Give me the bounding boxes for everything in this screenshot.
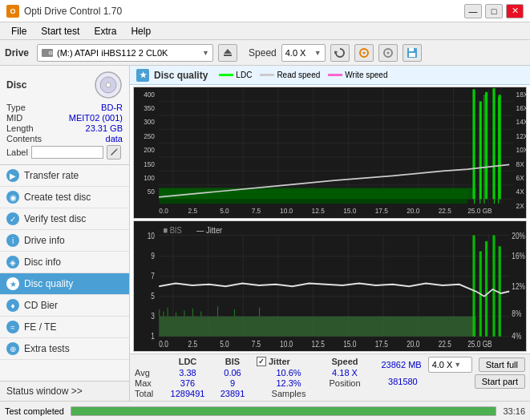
contents-value: data <box>45 134 123 143</box>
svg-text:100: 100 <box>144 174 155 183</box>
create-test-disc-icon: ◉ <box>6 191 19 204</box>
status-time: 33:16 <box>503 406 525 416</box>
svg-point-7 <box>362 51 365 54</box>
svg-point-2 <box>50 52 51 54</box>
disc-label-input[interactable] <box>31 146 103 159</box>
total-samples-value: 381580 <box>388 377 418 386</box>
drive-info-label: Drive info <box>24 235 65 246</box>
menu-extra[interactable]: Extra <box>87 24 123 38</box>
disc-label-edit-button[interactable] <box>107 145 121 160</box>
sidebar-item-cd-bier[interactable]: ♦ CD Bier <box>0 295 129 317</box>
start-part-button[interactable]: Start part <box>475 374 525 389</box>
maximize-button[interactable]: □ <box>485 4 503 18</box>
stats-col-empty <box>135 357 164 366</box>
read-speed-label: Read speed <box>277 71 320 79</box>
jitter-checkbox[interactable]: ✓ <box>257 357 266 366</box>
sidebar-item-verify-test-disc[interactable]: ✓ Verify test disc <box>0 208 129 230</box>
svg-rect-46 <box>492 88 495 199</box>
svg-text:8X: 8X <box>516 160 524 168</box>
disc-header: Disc <box>6 71 123 99</box>
sidebar-item-create-test-disc[interactable]: ◉ Create test disc <box>0 187 129 208</box>
max-jitter: 12.3% <box>257 378 321 388</box>
svg-text:25.0 GB: 25.0 GB <box>467 206 492 215</box>
label-key: Label <box>6 147 28 157</box>
drive-info-icon: i <box>6 234 19 247</box>
svg-rect-102 <box>200 311 201 316</box>
svg-text:5: 5 <box>151 292 155 301</box>
stats-right: 23862 MB 4.0 X ▼ Start full 381580 Start… <box>381 357 525 389</box>
verify-test-disc-icon: ✓ <box>6 212 19 225</box>
toolbar: Drive (M:) ATAPI iHBS112 2 CL0K ▼ Speed … <box>0 40 530 66</box>
avg-ldc: 3.38 <box>167 368 208 378</box>
cd-bier-label: CD Bier <box>24 300 58 311</box>
disc-info-label: Disc info <box>24 256 61 268</box>
mid-label: MID <box>6 113 42 123</box>
ldc-label: LDC <box>236 71 252 79</box>
disc-label-row: Label <box>6 145 123 160</box>
minimize-button[interactable]: — <box>464 4 482 18</box>
fe-te-label: FE / TE <box>24 321 56 333</box>
svg-rect-43 <box>472 89 475 199</box>
sidebar-item-disc-quality[interactable]: ★ Disc quality <box>0 273 129 295</box>
disc-panel: Disc Type BD-R MID MEIT02 (001) Length 2… <box>0 66 129 165</box>
svg-rect-108 <box>485 241 488 337</box>
svg-text:25.0 GB: 25.0 GB <box>467 340 492 349</box>
svg-rect-106 <box>472 235 475 336</box>
disc-button[interactable] <box>354 44 374 62</box>
svg-text:7: 7 <box>151 272 155 281</box>
svg-rect-11 <box>409 53 415 57</box>
transfer-rate-icon: ▶ <box>6 169 19 182</box>
refresh-button[interactable] <box>330 44 350 62</box>
menu-file[interactable]: File <box>5 24 33 38</box>
svg-rect-109 <box>492 235 495 336</box>
svg-text:10X: 10X <box>516 146 526 155</box>
content-area: ★ Disc quality LDC Read speed Write spee… <box>130 66 530 401</box>
svg-text:10.0: 10.0 <box>280 340 293 349</box>
svg-text:15.0: 15.0 <box>343 206 356 215</box>
svg-text:18X: 18X <box>516 90 526 99</box>
eject-button[interactable] <box>218 44 237 62</box>
start-full-button[interactable]: Start full <box>479 357 525 372</box>
menu-start-test[interactable]: Start test <box>34 24 86 38</box>
svg-text:200: 200 <box>144 146 155 155</box>
progress-bar-fill <box>71 407 496 415</box>
svg-text:6X: 6X <box>516 174 524 183</box>
sidebar-item-drive-info[interactable]: i Drive info <box>0 230 129 252</box>
svg-text:10: 10 <box>148 232 155 240</box>
eject-icon <box>222 47 233 59</box>
status-window-label: Status window >> <box>6 386 83 397</box>
svg-point-9 <box>386 51 389 54</box>
extra-tests-icon: ⊕ <box>6 342 19 355</box>
nav-section: ▶ Transfer rate ◉ Create test disc ✓ Ver… <box>0 165 129 381</box>
total-ldc: 1289491 <box>167 389 208 398</box>
sidebar-item-fe-te[interactable]: ≈ FE / TE <box>0 317 129 338</box>
speed-output-select[interactable]: 4.0 X ▼ <box>428 357 472 373</box>
svg-rect-47 <box>499 95 501 199</box>
status-bar: Test completed 33:16 <box>0 401 530 420</box>
save-button[interactable] <box>403 44 422 62</box>
svg-text:17.5: 17.5 <box>375 206 388 215</box>
sidebar-item-extra-tests[interactable]: ⊕ Extra tests <box>0 338 129 360</box>
svg-text:7.5: 7.5 <box>252 206 261 215</box>
speed-select[interactable]: 4.0 X ▼ <box>281 44 326 62</box>
menu-help[interactable]: Help <box>124 24 157 38</box>
svg-text:4X: 4X <box>516 188 524 196</box>
sidebar-item-transfer-rate[interactable]: ▶ Transfer rate <box>0 165 129 187</box>
svg-text:1: 1 <box>151 332 155 341</box>
pencil-icon <box>109 147 119 157</box>
app-icon: O <box>6 5 19 18</box>
total-bis: 23891 <box>212 389 253 398</box>
legend-read-speed: Read speed <box>260 71 320 79</box>
status-window-button[interactable]: Status window >> <box>0 381 129 401</box>
close-button[interactable]: ✕ <box>506 4 524 18</box>
svg-rect-110 <box>499 246 501 337</box>
write-speed-color <box>328 74 342 76</box>
disc2-button[interactable] <box>378 44 398 62</box>
sidebar-item-disc-info[interactable]: ◈ Disc info <box>0 252 129 273</box>
window-controls: — □ ✕ <box>464 4 524 18</box>
main-layout: Disc Type BD-R MID MEIT02 (001) Length 2… <box>0 66 530 401</box>
ldc-chart: 400 350 300 250 200 150 100 50 18X 16X 1… <box>133 87 527 219</box>
disc-title: Disc <box>6 79 26 91</box>
svg-text:250: 250 <box>144 131 155 140</box>
drive-select[interactable]: (M:) ATAPI iHBS112 2 CL0K ▼ <box>37 44 213 62</box>
